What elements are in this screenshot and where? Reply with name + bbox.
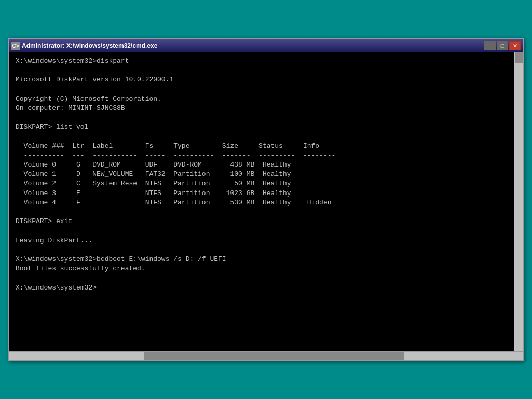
scrollbar-thumb[interactable] bbox=[515, 52, 523, 63]
title-bar: C> Administrator: X:\windows\system32\cm… bbox=[9, 39, 523, 52]
horizontal-scrollbar-thumb[interactable] bbox=[144, 352, 404, 360]
vertical-scrollbar[interactable] bbox=[514, 52, 523, 351]
terminal-content: X:\windows\system32>diskpart Microsoft D… bbox=[16, 57, 516, 293]
title-bar-buttons: ─ □ ✕ bbox=[484, 41, 521, 50]
horizontal-scrollbar[interactable] bbox=[9, 351, 523, 360]
minimize-button[interactable]: ─ bbox=[484, 41, 496, 50]
cmd-window: C> Administrator: X:\windows\system32\cm… bbox=[8, 38, 524, 361]
cmd-icon: C> bbox=[11, 42, 20, 50]
title-bar-left: C> Administrator: X:\windows\system32\cm… bbox=[11, 42, 157, 50]
terminal-body[interactable]: X:\windows\system32>diskpart Microsoft D… bbox=[9, 52, 523, 351]
close-button[interactable]: ✕ bbox=[509, 41, 521, 50]
restore-button[interactable]: □ bbox=[497, 41, 508, 50]
window-title: Administrator: X:\windows\system32\cmd.e… bbox=[22, 42, 157, 49]
